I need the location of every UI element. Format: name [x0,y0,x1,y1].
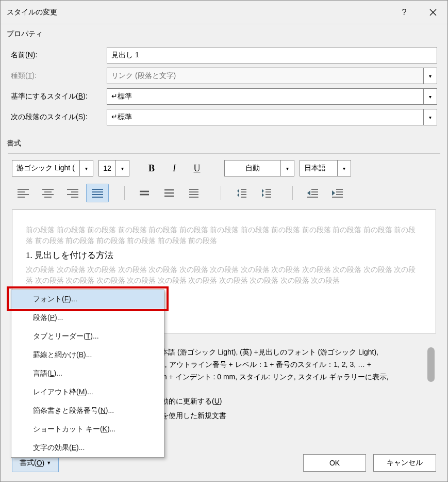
font-color-combo[interactable]: 自動 [224,160,281,176]
line-spacing-15-button[interactable] [158,184,180,202]
font-name-dropdown-button[interactable]: ▾ [80,160,93,176]
menu-paragraph[interactable]: 段落(P)... [11,309,164,327]
svg-marker-27 [237,189,239,193]
next-style-dropdown-button[interactable]: ▾ [424,109,437,125]
ok-button[interactable]: OK [303,454,366,472]
type-dropdown-button[interactable]: ▾ [424,68,437,84]
based-on-dropdown-button[interactable]: ▾ [424,88,437,105]
line-spacing-1-button[interactable] [133,184,156,202]
bold-button[interactable]: B [143,160,160,176]
name-input[interactable] [107,47,437,63]
paragraph-toolbar [1,182,447,210]
language-combo[interactable]: 日本語 [300,160,338,176]
preview-next-paragraph: 次の段落 次の段落 次の段落 次の段落 次の段落 次の段落 次の段落 次の段落 … [26,264,422,286]
language-dropdown-button[interactable]: ▾ [338,160,351,176]
underline-button[interactable]: U [188,160,206,176]
menu-text-effects[interactable]: 文字の効果(E)... [11,439,164,457]
align-center-button[interactable] [37,184,59,202]
chevron-down-icon: ▾ [85,166,88,171]
menu-numbering[interactable]: 箇条書きと段落番号(N)... [11,401,164,420]
chevron-down-icon: ▾ [121,166,124,171]
svg-marker-28 [237,193,239,197]
based-on-dropdown[interactable]: ↵標準 [107,88,424,105]
type-label: 種類(T): [11,71,107,81]
svg-marker-39 [307,190,310,196]
align-justify-button[interactable] [86,184,109,202]
space-before-increase-button[interactable] [229,184,252,202]
auto-update-label: 動的に更新する(U) [161,394,222,408]
separator [124,186,125,200]
font-size-combo[interactable]: 12 [98,160,116,176]
properties-grid: 名前(N): 種類(T): リンク (段落と文字) ▾ 基準にするスタイル(B)… [1,40,447,134]
modify-style-dialog: スタイルの変更 ? プロパティ 名前(N): 種類(T): リンク (段落と文字… [0,0,448,482]
separator [292,186,293,200]
chevron-down-icon: ▾ [343,166,345,171]
format-context-menu: フォント(F)... 段落(P)... タブとリーダー(T)... 罫線と網かけ… [11,290,164,458]
line-spacing-2-button[interactable] [182,184,205,202]
menu-shortcut[interactable]: ショートカット キー(K)... [11,420,164,439]
help-button[interactable]: ? [390,1,419,24]
align-left-button[interactable] [12,184,35,202]
chevron-down-icon: ▾ [429,73,432,79]
titlebar: スタイルの変更 ? [1,1,447,24]
close-button[interactable] [419,1,447,24]
next-style-dropdown[interactable]: ↵標準 [107,109,424,125]
font-name-combo[interactable]: 游ゴシック Light ( [12,160,80,176]
menu-frame[interactable]: レイアウト枠(M)... [11,383,164,401]
decrease-indent-button[interactable] [301,184,324,202]
scrollbar[interactable] [427,347,435,382]
based-on-label: 基準にするスタイル(B): [11,92,107,101]
menu-font[interactable]: フォント(F)... [11,290,164,309]
align-right-button[interactable] [61,184,84,202]
name-label: 名前(N): [11,51,107,60]
separator [221,186,221,200]
template-option-label: を使用した新規文書 [161,408,226,423]
svg-marker-33 [262,189,264,193]
next-style-label: 次の段落のスタイル(S): [11,113,107,122]
menu-border[interactable]: 罫線と網かけ(B)... [11,346,164,364]
chevron-down-icon: ▾ [286,166,289,171]
italic-button[interactable]: I [165,160,183,176]
preview-sample-text: 1. 見出しを付ける方法 [26,249,422,261]
format-section-label: 書式 [1,134,447,149]
space-before-decrease-button[interactable] [254,184,277,202]
properties-section-label: プロパティ [1,24,447,40]
chevron-down-icon: ▾ [429,115,432,120]
font-color-dropdown-button[interactable]: ▾ [281,160,294,176]
preview-prev-paragraph: 前の段落 前の段落 前の段落 前の段落 前の段落 前の段落 前の段落 前の段落 … [26,224,422,246]
cancel-button[interactable]: キャンセル [373,454,436,472]
type-dropdown: リンク (段落と文字) [107,68,424,84]
font-size-dropdown-button[interactable]: ▾ [116,160,129,176]
dialog-title: スタイルの変更 [7,8,390,17]
increase-indent-button[interactable] [326,184,349,202]
dropdown-arrow-icon: ▼ [46,460,51,465]
menu-language[interactable]: 言語(L)... [11,364,164,383]
svg-marker-44 [332,190,335,196]
chevron-down-icon: ▾ [429,94,432,100]
menu-tabs[interactable]: タブとリーダー(T)... [11,327,164,346]
svg-marker-34 [262,193,264,197]
font-toolbar: 游ゴシック Light ( ▾ 12 ▾ B I U 自動 ▾ 日本語 ▾ [1,154,447,182]
